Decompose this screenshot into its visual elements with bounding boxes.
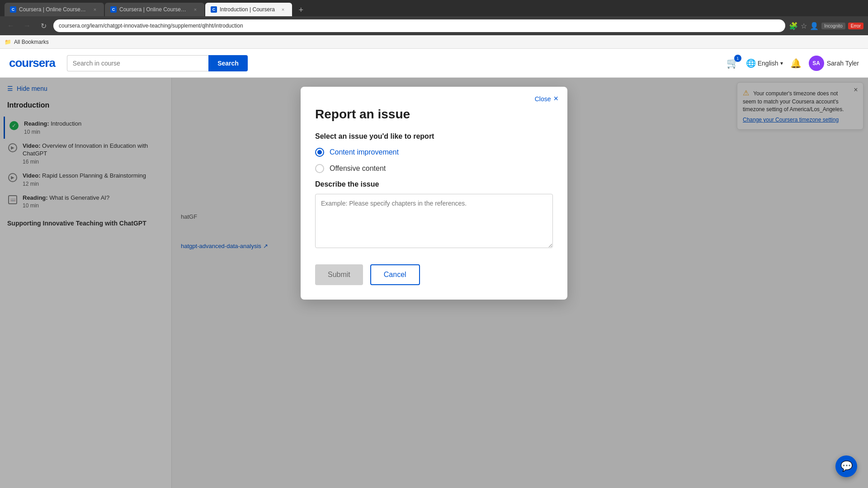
address-bar[interactable]: coursera.org/learn/chatgpt-innovative-te… bbox=[53, 19, 785, 32]
radio-offensive-content[interactable] bbox=[315, 164, 324, 173]
globe-icon: 🌐 bbox=[746, 58, 756, 68]
modal-title: Report an issue bbox=[315, 107, 553, 122]
close-icon: × bbox=[553, 94, 558, 103]
user-initials: SA bbox=[812, 60, 820, 66]
tab-label-1: Coursera | Online Courses & C... bbox=[19, 6, 87, 13]
url-text: coursera.org/learn/chatgpt-innovative-te… bbox=[59, 23, 243, 29]
bookmarks-bar: 📁 All Bookmarks bbox=[0, 35, 868, 49]
close-label: Close bbox=[535, 95, 551, 103]
modal-close-button[interactable]: Close × bbox=[535, 94, 558, 103]
chevron-down-icon: ▾ bbox=[780, 60, 783, 66]
user-avatar[interactable]: SA Sarah Tyler bbox=[809, 56, 859, 71]
browser-tab-3[interactable]: C Introduction | Coursera × bbox=[205, 3, 292, 16]
report-issue-modal: Close × Report an issue Select an issue … bbox=[301, 87, 567, 300]
modal-header: Close × bbox=[301, 87, 567, 103]
incognito-badge: Incognito bbox=[821, 23, 845, 29]
back-button[interactable]: ← bbox=[5, 19, 17, 32]
browser-chrome: C Coursera | Online Courses & C... × C C… bbox=[0, 0, 868, 49]
user-name: Sarah Tyler bbox=[827, 60, 859, 67]
page-wrapper: coursera Search 🛒 1 🌐 English ▾ 🔔 SA Sar… bbox=[0, 49, 868, 488]
bookmark-icon[interactable]: ☆ bbox=[801, 22, 807, 30]
modal-body: Report an issue Select an issue you'd li… bbox=[301, 103, 567, 300]
header-actions: 🛒 1 🌐 English ▾ 🔔 SA Sarah Tyler bbox=[726, 56, 859, 71]
radio-content-improvement[interactable] bbox=[315, 148, 324, 157]
tab-label-3: Introduction | Coursera bbox=[220, 6, 275, 13]
new-tab-button[interactable]: + bbox=[295, 4, 307, 16]
browser-actions: 🧩 ☆ 👤 Incognito Error bbox=[789, 22, 863, 30]
tab-label-2: Coursera | Online Courses & C... bbox=[119, 6, 187, 13]
forward-button[interactable]: → bbox=[21, 19, 33, 32]
notifications-button[interactable]: 🔔 bbox=[790, 58, 802, 69]
option-offensive-content[interactable]: Offensive content bbox=[315, 164, 553, 173]
tab-close-2[interactable]: × bbox=[192, 6, 199, 13]
label-offensive-content: Offensive content bbox=[330, 164, 386, 173]
tab-favicon-3: C bbox=[211, 6, 217, 13]
profile-icon[interactable]: 👤 bbox=[810, 22, 819, 30]
cart-button[interactable]: 🛒 1 bbox=[726, 57, 739, 69]
tab-favicon-2: C bbox=[110, 6, 117, 13]
modal-actions: Submit Cancel bbox=[315, 264, 553, 285]
tab-close-3[interactable]: × bbox=[279, 6, 287, 13]
language-label: English bbox=[758, 60, 778, 67]
submit-button[interactable]: Submit bbox=[315, 264, 363, 285]
cart-badge: 1 bbox=[734, 55, 741, 62]
search-button[interactable]: Search bbox=[208, 55, 248, 71]
browser-toolbar: ← → ↻ coursera.org/learn/chatgpt-innovat… bbox=[0, 16, 868, 35]
coursera-logo: coursera bbox=[9, 56, 55, 70]
main-content: ☰ Hide menu Introduction ✓ Reading: Intr… bbox=[0, 78, 868, 488]
browser-tabs: C Coursera | Online Courses & C... × C C… bbox=[0, 0, 868, 16]
bookmarks-folder-icon: 📁 bbox=[5, 39, 11, 45]
search-container: Search bbox=[67, 55, 248, 71]
chat-icon: 💬 bbox=[840, 460, 853, 472]
issue-textarea[interactable] bbox=[315, 194, 553, 248]
language-selector[interactable]: 🌐 English ▾ bbox=[746, 58, 783, 68]
extensions-icon: 🧩 bbox=[789, 22, 798, 30]
tab-close-1[interactable]: × bbox=[91, 6, 99, 13]
browser-tab-1[interactable]: C Coursera | Online Courses & C... × bbox=[5, 3, 104, 16]
browser-tab-2[interactable]: C Coursera | Online Courses & C... × bbox=[105, 3, 204, 16]
search-input[interactable] bbox=[67, 55, 208, 71]
site-header: coursera Search 🛒 1 🌐 English ▾ 🔔 SA Sar… bbox=[0, 49, 868, 78]
select-issue-label: Select an issue you'd like to report bbox=[315, 132, 553, 141]
reload-button[interactable]: ↻ bbox=[37, 19, 50, 32]
option-content-improvement[interactable]: Content improvement bbox=[315, 148, 553, 157]
chat-fab-button[interactable]: 💬 bbox=[835, 455, 857, 477]
avatar-circle: SA bbox=[809, 56, 824, 71]
cancel-button[interactable]: Cancel bbox=[370, 264, 420, 285]
label-content-improvement: Content improvement bbox=[330, 148, 399, 156]
error-badge: Error bbox=[848, 23, 863, 29]
tab-favicon-1: C bbox=[10, 6, 16, 13]
describe-label: Describe the issue bbox=[315, 180, 553, 188]
bookmarks-label[interactable]: All Bookmarks bbox=[14, 39, 49, 45]
modal-overlay[interactable]: Close × Report an issue Select an issue … bbox=[0, 78, 868, 488]
